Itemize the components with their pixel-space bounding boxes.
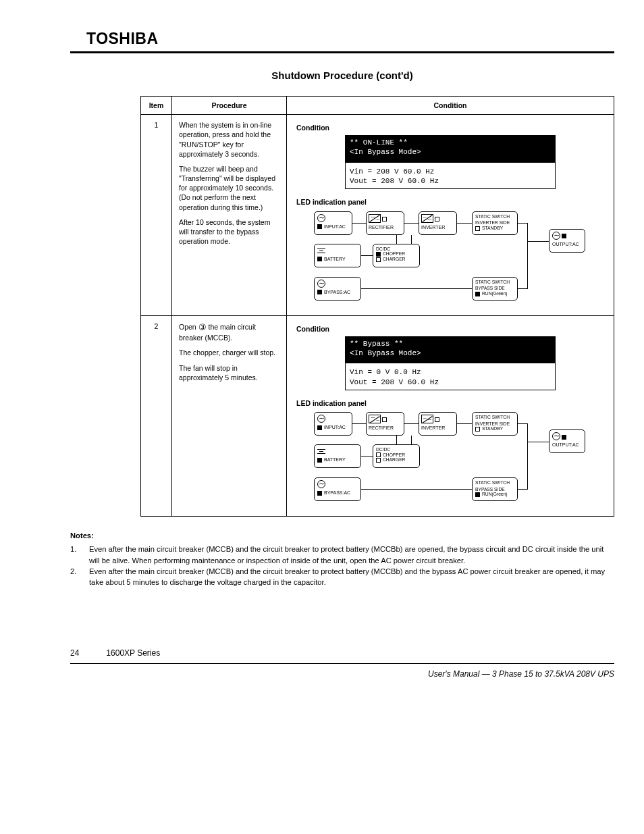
block-static-switch-byp: STATIC SWITCH BYPASS SIDE RUN(Green) [472,477,518,501]
notes-header: Notes: [70,530,614,541]
led-icon [376,452,381,457]
led-icon [435,417,439,422]
led-icon [382,417,387,422]
led-icon [475,292,480,296]
block-label: INPUT:AC [324,224,346,229]
inverter-icon: –∼ [421,415,433,423]
block-label: BATTERY [324,257,346,261]
procedure-text: The fan will stop in approximately 5 min… [179,363,279,382]
sine-icon [552,232,560,240]
led-label: RUN(Green) [482,492,508,496]
manual-title: User's Manual — 3 Phase 15 to 37.5kVA 20… [70,669,614,679]
block-dcdc: DC/DC CHOPPER CHARGER [373,244,420,267]
led-icon [376,257,381,262]
panel-title: LED indication panel [296,398,604,408]
lcd-display: ** Bypass ** <In Bypass Mode> Vin = 0 V … [345,336,556,390]
lcd-line: ** Bypass ** [350,340,551,349]
block-bypass: BYPASS:AC [314,477,361,501]
block-output: OUTPUT:AC [549,429,585,453]
footer-rule [70,663,614,664]
section-title: Shutdown Procedure (cont'd) [70,70,614,81]
lcd-line: Vout = 208 V 60.0 Hz [350,377,551,387]
procedure-text: The buzzer will beep and "Transferring" … [179,164,279,212]
series-label: 1600XP Series [106,648,160,658]
condition-subtitle: Condition [296,123,604,132]
lcd-line: <In Bypass Mode> [350,349,551,359]
block-label: STATIC SWITCH [475,280,514,285]
note-item: 2. Even after the main circuit breaker (… [70,566,614,588]
procedure-text: After 10 seconds, the system will transf… [179,217,279,246]
lcd-line: <In Bypass Mode> [350,148,551,157]
block-label: CHOPPER [383,452,405,457]
block-inverter: –∼ INVERTER [419,211,457,235]
block-label: BATTERY [324,457,346,462]
led-icon [317,290,322,294]
block-static-switch-byp: STATIC SWITCH BYPASS SIDE RUN(Green) [472,277,518,301]
block-label: DC/DC [376,246,417,252]
block-label: CHOPPER [383,251,405,256]
block-label: INPUT:AC [324,425,346,429]
led-icon [317,425,322,430]
block-label: BYPASS:AC [324,490,350,495]
led-label: STANDBY [482,226,503,230]
led-icon [562,435,566,440]
block-label: STATIC SWITCH [475,415,514,420]
lcd-line: ** ON-LINE ** [350,138,551,148]
brand-logo: TOSHIBA [86,30,614,48]
sine-icon [317,480,325,488]
led-icon [317,257,322,261]
table-row: 1 When the system is in on-line operatio… [141,115,614,315]
txt: Open [179,322,198,330]
note-number: 2. [70,566,82,588]
block-label: RECTIFIER [369,225,394,230]
led-diagram: INPUT:AC ∼– RECTIFIER –∼ INVERTER [314,412,587,506]
block-label: INVERTER [421,425,445,430]
block-label: CHARGER [383,457,405,462]
block-label: INVERTER [421,225,445,230]
circled-3-icon: ③ [198,322,207,332]
block-sub-label: BYPASS SIDE [475,487,514,492]
block-rectifier: ∼– RECTIFIER [366,412,404,436]
led-diagram: INPUT:AC ∼– RECTIFIER –∼ INVERTER [314,211,587,306]
block-label: OUTPUT:AC [552,442,579,447]
block-inverter: –∼ INVERTER [419,412,457,436]
condition-cell: Condition ** ON-LINE ** <In Bypass Mode>… [287,115,614,315]
note-item: 1. Even after the main circuit breaker (… [70,544,614,565]
condition-subtitle: Condition [296,324,604,334]
led-icon [317,224,322,229]
note-text: Even after the main circuit breaker (MCC… [89,544,614,565]
note-number: 1. [70,544,82,565]
block-battery: BATTERY [314,444,361,468]
led-icon [376,252,381,257]
block-static-switch-inv: STATIC SWITCH INVERTER SIDE STANDBY [472,412,518,436]
procedure-cell: When the system is in on-line operation,… [172,115,287,315]
block-rectifier: ∼– RECTIFIER [366,211,404,235]
led-icon [376,458,381,463]
led-icon [475,226,480,231]
rectifier-icon: ∼– [369,214,381,223]
panel-title: LED indication panel [296,197,604,207]
lcd-line: Vin = 0 V 0.0 Hz [350,367,551,377]
sine-icon [317,280,325,288]
led-icon [475,492,480,497]
block-ac-input: INPUT:AC [314,412,352,436]
led-icon [317,458,322,463]
block-label: OUTPUT:AC [552,242,579,246]
procedure-text: Open ③ the main circuit breaker (MCCB). [179,321,279,343]
block-label: RECTIFIER [369,425,394,430]
condition-cell: Condition ** Bypass ** <In Bypass Mode> … [287,315,614,516]
procedure-text: The chopper, charger will stop. [179,348,279,357]
procedure-table: Item Procedure Condition 1 When the syst… [140,96,614,517]
block-dcdc: DC/DC CHOPPER CHARGER [373,444,420,468]
led-label: STANDBY [482,426,503,431]
col-header-item: Item [141,97,172,115]
lcd-line: Vin = 208 V 60.0 Hz [350,167,551,176]
header-rule [70,51,614,53]
item-number: 1 [141,115,172,315]
note-text: Even after the main circuit breaker (MCC… [89,566,614,588]
block-label: STATIC SWITCH [475,480,514,486]
block-bypass: BYPASS:AC [314,277,361,301]
procedure-text: When the system is in on-line operation,… [179,120,279,159]
battery-icon [317,447,325,455]
block-sub-label: INVERTER SIDE [475,220,514,226]
